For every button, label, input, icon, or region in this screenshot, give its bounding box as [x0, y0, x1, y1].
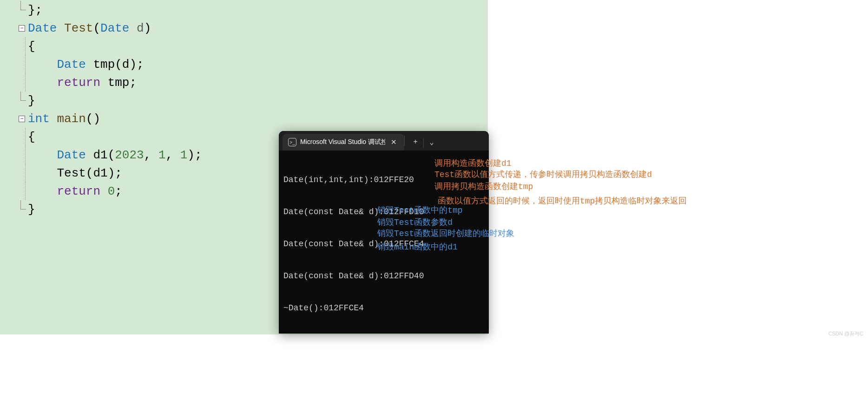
code-line: return tmp; — [0, 73, 488, 92]
code-token: ); — [187, 148, 202, 162]
new-tab-button[interactable]: + — [408, 135, 423, 149]
code-token: 0 — [108, 184, 115, 198]
code-token: { — [28, 130, 35, 144]
code-token: tmp(d); — [86, 58, 144, 72]
code-line: − int main() — [0, 110, 488, 128]
code-line: }; — [0, 1, 488, 19]
terminal-app-icon: >_ — [288, 138, 296, 146]
code-token: ; — [115, 184, 122, 198]
annotation-label: 销毁main函数中的d1 — [377, 241, 458, 252]
code-token: return — [57, 184, 100, 198]
code-line: { — [0, 37, 488, 55]
code-token — [100, 184, 108, 198]
code-token: 1 — [158, 148, 166, 162]
code-token: Date — [57, 58, 85, 72]
annotation-label: 调用拷贝构造函数创建tmp — [434, 181, 533, 192]
terminal-tab-title: Microsoft Visual Studio 调试控 — [300, 138, 385, 146]
annotation-label: 调用构造函数创建d1 — [434, 157, 512, 169]
code-token: tmp; — [100, 76, 137, 90]
terminal-line: ~Date():012FFCE4 — [283, 303, 484, 314]
annotation-label: 销毁Test函数返回时创建的临时对象 — [377, 228, 514, 239]
code-token: { — [28, 39, 35, 53]
code-token: 2023 — [115, 148, 144, 162]
annotation-label: 销毁Test函数参数d — [377, 216, 453, 228]
terminal-line: Date(const Date& d):012FFD40 — [283, 271, 484, 282]
code-token: Date — [100, 21, 129, 35]
code-token: d1( — [86, 148, 115, 162]
code-token: }; — [28, 3, 42, 17]
code-token: , — [166, 148, 180, 162]
code-line: Date tmp(d); — [0, 55, 488, 73]
code-line: − Date Test(Date d) — [0, 19, 488, 37]
fold-minus-icon[interactable]: − — [19, 25, 25, 32]
watermark: CSDN @吾与C — [829, 330, 863, 337]
close-icon[interactable]: ✕ — [389, 138, 399, 146]
code-token: main — [50, 112, 86, 126]
divider — [404, 136, 405, 146]
code-token: ) — [144, 21, 151, 35]
code-token: () — [86, 112, 100, 126]
annotation-label: 销毁Test函数中的tmp — [377, 204, 463, 216]
code-token: return — [57, 76, 100, 90]
code-token: , — [144, 148, 158, 162]
code-line: } — [0, 92, 488, 110]
chevron-down-icon: ⌄ — [429, 138, 434, 147]
code-token: Test(d1); — [57, 166, 122, 180]
terminal-titlebar[interactable]: >_ Microsoft Visual Studio 调试控 ✕ + ⌄ — [279, 131, 489, 151]
code-token: int — [28, 112, 50, 126]
fold-minus-icon[interactable]: − — [19, 116, 25, 122]
code-token: ( — [93, 21, 100, 35]
annotation-label: Test函数以值方式传递，传参时候调用拷贝构造函数创建d — [434, 169, 652, 180]
terminal-tab[interactable]: >_ Microsoft Visual Studio 调试控 ✕ — [283, 134, 404, 151]
code-token: 1 — [180, 148, 188, 162]
code-token: } — [28, 94, 35, 108]
code-token: Date — [57, 148, 85, 162]
annotation-label: 函数以值方式返回的时候，返回时使用tmp拷贝构造临时对象来返回 — [438, 195, 687, 206]
tab-dropdown-button[interactable]: ⌄ — [424, 135, 440, 149]
code-token: Test — [57, 21, 93, 35]
terminal-tab-controls: + ⌄ — [408, 131, 440, 151]
code-token: Date — [28, 21, 57, 35]
code-token: d — [129, 21, 144, 35]
code-token: } — [28, 203, 35, 216]
